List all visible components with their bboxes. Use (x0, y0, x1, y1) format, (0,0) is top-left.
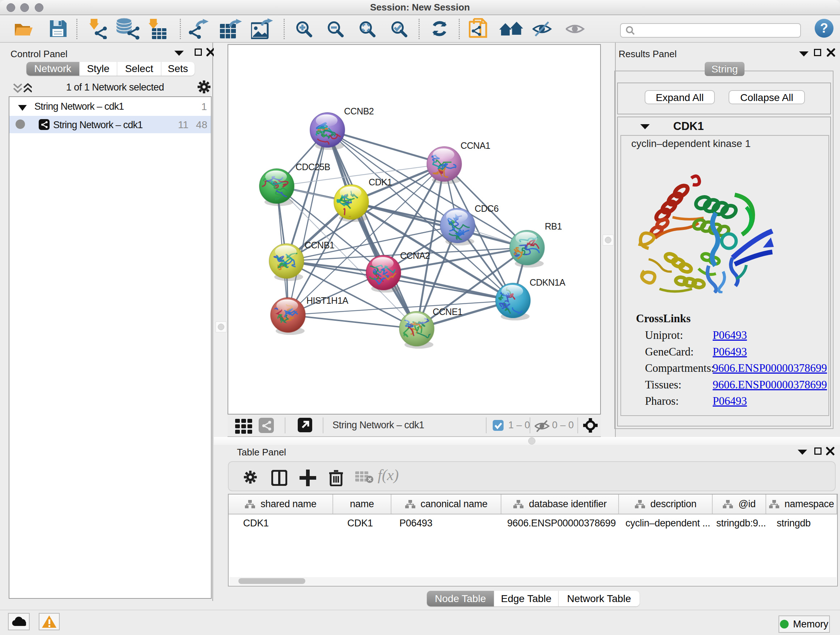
svg-text:CCNB2: CCNB2 (344, 106, 374, 116)
svg-text:RB1: RB1 (545, 221, 562, 231)
svg-text:CCNB1: CCNB1 (305, 240, 334, 250)
svg-text:CCNA2: CCNA2 (400, 250, 430, 261)
svg-text:CCNA1: CCNA1 (461, 141, 490, 150)
svg-text:CDK1: CDK1 (369, 177, 392, 187)
svg-text:CCNE1: CCNE1 (433, 307, 462, 317)
svg-text:HIST1H1A: HIST1H1A (306, 295, 348, 306)
svg-text:CDC6: CDC6 (475, 203, 499, 214)
svg-text:CDC25B: CDC25B (295, 162, 330, 172)
svg-text:CDKN1A: CDKN1A (530, 277, 565, 287)
